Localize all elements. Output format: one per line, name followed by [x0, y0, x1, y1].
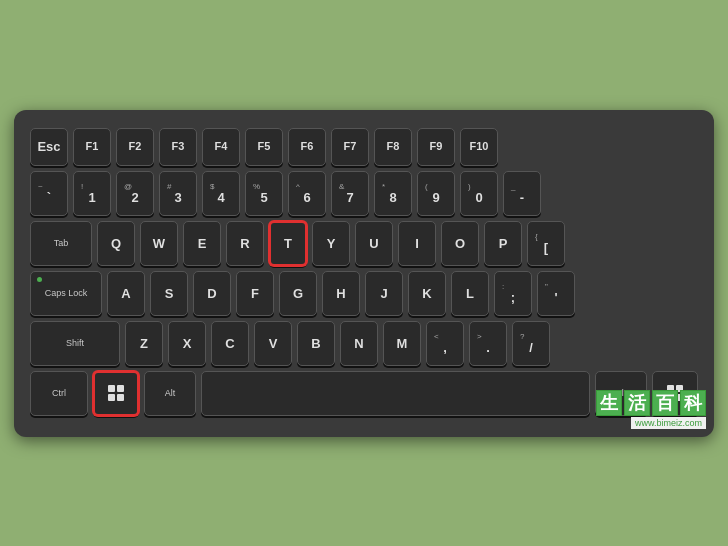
key-f7[interactable]: F7 — [331, 128, 369, 166]
key-capslock[interactable]: Caps Lock — [30, 271, 102, 316]
key-0[interactable]: ) 0 — [460, 171, 498, 216]
key-d[interactable]: D — [193, 271, 231, 316]
key-f1[interactable]: F1 — [73, 128, 111, 166]
key-e[interactable]: E — [183, 221, 221, 266]
key-f10[interactable]: F10 — [460, 128, 498, 166]
windows-logo-icon — [108, 385, 124, 401]
key-alt-left[interactable]: Alt — [144, 371, 196, 416]
watermark-url: www.bimeiz.com — [631, 417, 706, 429]
key-period[interactable]: > . — [469, 321, 507, 366]
watermark: 生 活 百 科 www.bimeiz.com — [596, 390, 706, 429]
watermark-char-4: 科 — [680, 390, 706, 416]
key-v[interactable]: V — [254, 321, 292, 366]
key-4[interactable]: $ 4 — [202, 171, 240, 216]
key-f8[interactable]: F8 — [374, 128, 412, 166]
key-ctrl-left[interactable]: Ctrl — [30, 371, 88, 416]
key-5[interactable]: % 5 — [245, 171, 283, 216]
key-o[interactable]: O — [441, 221, 479, 266]
watermark-char-1: 生 — [596, 390, 622, 416]
key-backtick[interactable]: ~ ` — [30, 171, 68, 216]
key-1[interactable]: ! 1 — [73, 171, 111, 216]
key-h[interactable]: H — [322, 271, 360, 316]
fn-row: Esc F1 F2 F3 F4 F5 F6 F7 F8 F9 F10 — [30, 128, 698, 166]
watermark-chars: 生 活 百 科 — [596, 390, 706, 416]
key-u[interactable]: U — [355, 221, 393, 266]
key-i[interactable]: I — [398, 221, 436, 266]
qwerty-row: Tab Q W E R T Y U I O P { [ — [30, 221, 698, 266]
key-n[interactable]: N — [340, 321, 378, 366]
shift-row: Shift Z X C V B N M < , > . ? / — [30, 321, 698, 366]
key-j[interactable]: J — [365, 271, 403, 316]
key-tab[interactable]: Tab — [30, 221, 92, 266]
key-9[interactable]: ( 9 — [417, 171, 455, 216]
key-quote[interactable]: " ' — [537, 271, 575, 316]
key-spacebar[interactable] — [201, 371, 590, 416]
key-f6[interactable]: F6 — [288, 128, 326, 166]
key-f3[interactable]: F3 — [159, 128, 197, 166]
key-esc[interactable]: Esc — [30, 128, 68, 166]
key-p[interactable]: P — [484, 221, 522, 266]
key-win-left[interactable] — [93, 371, 139, 416]
key-f5[interactable]: F5 — [245, 128, 283, 166]
key-m[interactable]: M — [383, 321, 421, 366]
key-minus[interactable]: _ - — [503, 171, 541, 216]
key-x[interactable]: X — [168, 321, 206, 366]
key-slash[interactable]: ? / — [512, 321, 550, 366]
key-l[interactable]: L — [451, 271, 489, 316]
home-row: Caps Lock A S D F G H J K L : ; " ' — [30, 271, 698, 316]
key-3[interactable]: # 3 — [159, 171, 197, 216]
key-t[interactable]: T — [269, 221, 307, 266]
key-y[interactable]: Y — [312, 221, 350, 266]
watermark-char-3: 百 — [652, 390, 678, 416]
key-g[interactable]: G — [279, 271, 317, 316]
key-r[interactable]: R — [226, 221, 264, 266]
key-f2[interactable]: F2 — [116, 128, 154, 166]
watermark-char-2: 活 — [624, 390, 650, 416]
key-2[interactable]: @ 2 — [116, 171, 154, 216]
key-6[interactable]: ^ 6 — [288, 171, 326, 216]
key-c[interactable]: C — [211, 321, 249, 366]
key-7[interactable]: & 7 — [331, 171, 369, 216]
key-f[interactable]: F — [236, 271, 274, 316]
key-b[interactable]: B — [297, 321, 335, 366]
key-f4[interactable]: F4 — [202, 128, 240, 166]
key-q[interactable]: Q — [97, 221, 135, 266]
key-8[interactable]: * 8 — [374, 171, 412, 216]
key-z[interactable]: Z — [125, 321, 163, 366]
key-bracket-open[interactable]: { [ — [527, 221, 565, 266]
key-w[interactable]: W — [140, 221, 178, 266]
keyboard-container: Esc F1 F2 F3 F4 F5 F6 F7 F8 F9 F10 ~ ` !… — [14, 110, 714, 437]
key-s[interactable]: S — [150, 271, 188, 316]
key-semicolon[interactable]: : ; — [494, 271, 532, 316]
key-a[interactable]: A — [107, 271, 145, 316]
key-k[interactable]: K — [408, 271, 446, 316]
key-f9[interactable]: F9 — [417, 128, 455, 166]
key-comma[interactable]: < , — [426, 321, 464, 366]
number-row: ~ ` ! 1 @ 2 # 3 $ 4 % 5 ^ 6 & 7 — [30, 171, 698, 216]
key-shift-left[interactable]: Shift — [30, 321, 120, 366]
